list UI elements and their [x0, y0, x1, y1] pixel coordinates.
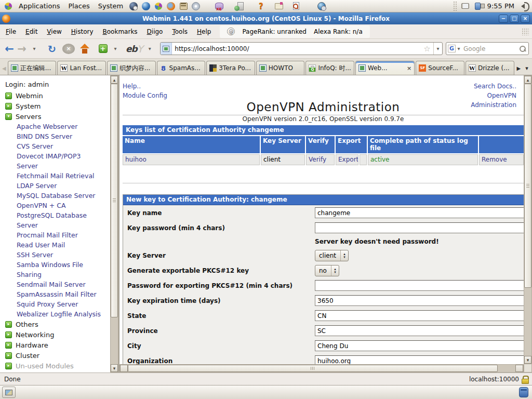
web-search-input[interactable] [462, 45, 518, 52]
volume-icon[interactable] [519, 2, 528, 11]
sidebar-link-samba[interactable]: Samba Windows File Sharing [4, 260, 106, 280]
sidebar-link-postgresql[interactable]: PostgreSQL Database Server [4, 210, 106, 230]
url-input[interactable] [172, 45, 421, 52]
province-input[interactable] [315, 325, 524, 336]
sidebar-link-ldap[interactable]: LDAP Server [4, 181, 106, 191]
sidebar-link-webalizer[interactable]: Webalizer Logfile Analysis [4, 309, 106, 319]
export-link[interactable]: Export [338, 156, 358, 163]
trash-icon[interactable] [519, 388, 528, 397]
tab-close-icon[interactable] [407, 65, 411, 72]
city-input[interactable] [315, 340, 524, 351]
scroll-down-icon[interactable] [111, 364, 118, 372]
pkcs12-select[interactable]: no [315, 265, 339, 276]
menu-history[interactable]: History [66, 25, 98, 38]
tab-lan-fost[interactable]: Lan Fost... [57, 61, 106, 75]
sidebar-link-fetchmail[interactable]: Fetchmail Mail Retrieval [4, 171, 106, 181]
help-launcher-icon[interactable] [256, 2, 265, 11]
main-horizontal-scrollbar[interactable] [119, 364, 524, 373]
sidebar-link-readusermail[interactable]: Read User Mail [4, 240, 106, 250]
tab-spamassassin[interactable]: SpamAs... [157, 61, 206, 75]
key-name-input[interactable] [315, 207, 524, 218]
url-dropdown-button[interactable] [433, 43, 442, 55]
places-menu[interactable]: Places [64, 0, 94, 12]
forward-button[interactable] [16, 42, 28, 56]
search-magnifier-icon[interactable] [518, 45, 527, 53]
tab-3tera[interactable]: 3Tera Po... [206, 61, 255, 75]
scroll-up-icon[interactable] [524, 76, 531, 84]
search-docs-link[interactable]: Search Docs.. [474, 83, 516, 90]
centos-logo-icon[interactable] [4, 2, 13, 11]
stop-button[interactable] [62, 42, 75, 56]
menu-view[interactable]: View [42, 25, 66, 38]
minimize-button[interactable]: − [499, 15, 508, 23]
ebay-icon[interactable] [126, 42, 142, 56]
sidebar-cat-cluster[interactable]: Cluster [5, 350, 106, 361]
engine-dropdown-icon[interactable] [456, 42, 462, 56]
sidebar-link-squid[interactable]: Squid Proxy Server [4, 299, 106, 309]
ebay-dropdown-icon[interactable] [143, 42, 156, 56]
system-menu[interactable]: System [94, 0, 127, 12]
tab-sourceforge[interactable]: SourceF... [416, 61, 464, 75]
key-expiration-input[interactable] [315, 295, 524, 306]
tab-scroll-right-icon[interactable] [515, 61, 523, 75]
main-vertical-scrollbar[interactable] [524, 75, 532, 364]
menu-bookmarks[interactable]: Bookmarks [98, 25, 142, 38]
sidebar-cat-unused[interactable]: Un-used Modules [5, 361, 106, 371]
remove-link[interactable]: Remove [482, 156, 507, 163]
menu-file[interactable]: File [1, 25, 21, 38]
tab-scroll-left-icon[interactable] [1, 61, 8, 75]
organization-input[interactable] [315, 355, 524, 364]
openvpn-administration-link[interactable]: OpenVPN Administration [471, 92, 516, 109]
web-browser-launcher-icon[interactable] [129, 2, 138, 11]
firefox-launcher-icon[interactable] [166, 2, 176, 11]
menu-tools[interactable]: Tools [167, 25, 192, 38]
sidebar-cat-servers[interactable]: Servers [5, 111, 106, 122]
notes-launcher-icon[interactable] [274, 2, 284, 11]
key-password-input[interactable] [315, 222, 524, 233]
world-clock-launcher-icon[interactable] [317, 2, 326, 11]
tab-dedecms[interactable]: 织梦内容... [107, 61, 156, 75]
sidebar-cat-others[interactable]: Others [5, 319, 106, 329]
scrollbar-thumb[interactable] [128, 365, 498, 372]
menu-edit[interactable]: Edit [21, 25, 42, 38]
scroll-up-icon[interactable] [111, 76, 118, 84]
menu-diigo[interactable]: Diigo [142, 25, 168, 38]
cd-launcher-icon[interactable] [191, 2, 201, 11]
sidebar-cat-hardware[interactable]: Hardware [5, 340, 106, 350]
display-status-icon[interactable] [461, 2, 470, 11]
verify-link[interactable]: Verify [309, 156, 326, 163]
sidebar-link-procmail[interactable]: Procmail Mail Filter [4, 230, 106, 240]
history-dropdown-icon[interactable] [28, 42, 41, 56]
menu-help[interactable]: Help [192, 25, 216, 38]
sidebar-link-spamassassin[interactable]: SpamAssassin Mail Filter [4, 289, 106, 299]
sidebar-link-ssh[interactable]: SSH Server [4, 250, 106, 260]
key-server-select[interactable]: client [315, 250, 349, 261]
sidebar-link-openvpn[interactable]: OpenVPN + CA [4, 201, 106, 210]
power-status-icon[interactable] [473, 2, 483, 11]
tab-howto[interactable]: HOWTO [256, 61, 305, 75]
tab-drizzle[interactable]: Drizzle (... [466, 61, 514, 75]
sidebar-cat-system[interactable]: System [5, 101, 106, 111]
tab-list-dropdown-icon[interactable] [522, 61, 531, 75]
show-desktop-button[interactable] [2, 387, 16, 398]
google-engine-icon[interactable] [448, 45, 456, 52]
close-button[interactable]: × [521, 15, 530, 23]
pkcs12-password-input[interactable] [315, 280, 524, 291]
sidebar-link-sendmail[interactable]: Sendmail Mail Server [4, 280, 106, 289]
globe-launcher-icon[interactable] [141, 2, 151, 11]
add-dropdown-icon[interactable] [109, 42, 122, 56]
sidebar-cat-webmin[interactable]: Webmin [5, 90, 106, 101]
sidebar-link-mysql[interactable]: MySQL Database Server [4, 191, 106, 201]
home-button[interactable] [79, 44, 91, 54]
maximize-button[interactable]: □ [510, 15, 519, 23]
scroll-down-icon[interactable] [524, 356, 531, 364]
sidebar-link-apache[interactable]: Apache Webserver [4, 122, 106, 131]
database-xe-launcher-icon[interactable] [215, 2, 224, 11]
state-input[interactable] [315, 310, 524, 321]
centos-launcher-icon[interactable] [154, 2, 163, 11]
scrollbar-thumb[interactable] [111, 84, 118, 317]
sidebar-link-bind[interactable]: BIND DNS Server [4, 131, 106, 141]
file-manager-launcher-icon[interactable] [179, 2, 188, 11]
sidebar-cat-networking[interactable]: Networking [5, 329, 106, 340]
clock[interactable]: 9:55 PM [484, 2, 517, 10]
